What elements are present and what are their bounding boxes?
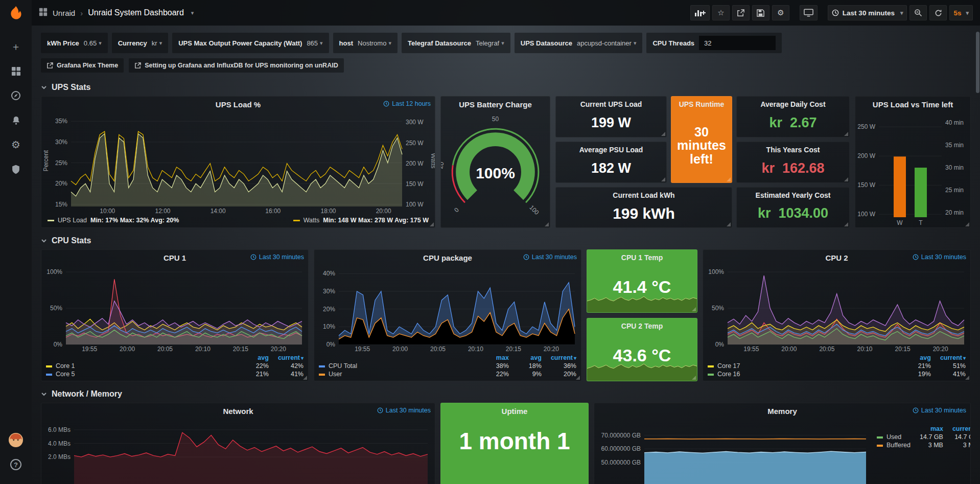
dashboard-link[interactable]: Grafana Plex Theme <box>41 58 124 73</box>
panel-header[interactable]: UPS Load vs Time left <box>855 97 970 112</box>
dashboard-title[interactable]: Unraid System Dashboard <box>88 8 184 17</box>
legend-column-header[interactable]: avg <box>903 354 936 362</box>
dashboard-grid-icon[interactable] <box>39 8 48 18</box>
chevron-down-icon[interactable]: ▾ <box>191 10 194 16</box>
legend-value: 3 MB <box>948 441 971 449</box>
legend-series-swatch <box>46 374 52 376</box>
chart-canvas[interactable]: 15%20%25%30%35%100 W150 W200 W250 W300 W… <box>41 112 435 216</box>
variable-value-dropdown[interactable]: 0.65▾ <box>84 39 102 47</box>
add-panel-button[interactable] <box>690 5 710 20</box>
alerting-bell-icon[interactable] <box>6 110 26 130</box>
legend-item[interactable]: WattsMin: 148 W Max: 278 W Avg: 175 W <box>293 217 429 224</box>
variable-value-dropdown[interactable]: kr▾ <box>152 39 162 47</box>
legend-series-label[interactable]: Used <box>886 433 901 441</box>
refresh-button[interactable] <box>929 5 947 20</box>
share-button[interactable] <box>732 5 750 20</box>
dashboard-link[interactable]: Setting up Grafana and InfluxDB for UPS … <box>129 58 343 73</box>
panel-header[interactable]: CPU package Last 30 minutes <box>314 250 581 265</box>
variable-label: CPU Threads <box>652 39 694 47</box>
panel-title[interactable]: Network <box>223 407 253 416</box>
panel-title[interactable]: CPU 2 Temp <box>587 322 697 330</box>
row-header-cpu-stats[interactable]: CPU Stats <box>41 231 971 249</box>
legend-series-label[interactable]: CPU Total <box>329 362 357 370</box>
panel-title[interactable]: Current UPS Load <box>556 100 666 108</box>
axis-tick: 70.000000 GB <box>601 432 641 439</box>
grafana-logo[interactable] <box>8 5 24 23</box>
panel-title[interactable]: Current Load kWh <box>556 191 732 199</box>
zoom-out-button[interactable] <box>909 5 927 20</box>
configuration-gear-icon[interactable]: ⚙ <box>6 134 26 155</box>
bar[interactable] <box>915 168 927 217</box>
legend-series-label[interactable]: User <box>329 371 342 378</box>
row-header-network-memory[interactable]: Network / Memory <box>41 384 971 403</box>
panel-title[interactable]: CPU 2 <box>825 253 848 262</box>
panel-title[interactable]: Average Daily C​ost <box>737 100 849 108</box>
panel-header[interactable]: UPS Battery Charge <box>441 97 550 112</box>
scrollbar-thumb[interactable] <box>976 32 979 93</box>
legend-column-header[interactable]: max <box>481 354 514 362</box>
panel-title[interactable]: This Years Cost <box>737 146 849 154</box>
help-icon[interactable]: ? <box>6 454 26 475</box>
panel-title[interactable]: Average PSU Load <box>556 146 666 154</box>
avatar[interactable] <box>6 430 26 450</box>
bars-canvas[interactable]: 100 W150 W200 W250 W20 min25 min30 min35… <box>855 112 970 227</box>
legend-column-header[interactable]: current <box>546 354 581 362</box>
axis-tick: 100 W <box>857 211 875 218</box>
refresh-interval-picker[interactable]: 5s ▾ <box>949 5 973 20</box>
legend-column-header[interactable]: current <box>948 425 971 433</box>
panel-header[interactable]: CPU 2 Last 30 minutes <box>703 250 970 265</box>
chart-canvas[interactable]: 50.000000 GB60.000000 GB70.000000 GB <box>594 419 872 484</box>
chevron-down-icon: ▾ <box>388 40 391 47</box>
panel-title[interactable]: UPS Load vs Time left <box>873 100 953 109</box>
panel-ups-load-chart: UPS Load % Last 12 hours 15%20%25%30%35%… <box>41 96 435 228</box>
save-button[interactable] <box>752 5 769 20</box>
variable-value-dropdown[interactable]: Telegraf▾ <box>476 39 504 47</box>
legend-series-label[interactable]: Core 5 <box>56 371 75 378</box>
variable-value-dropdown[interactable]: 865▾ <box>307 39 322 47</box>
panel-title[interactable]: UPS Battery Charge <box>459 100 532 109</box>
dashboards-icon[interactable] <box>6 61 26 81</box>
axis-tick: 0% <box>326 341 336 348</box>
cycle-view-button[interactable] <box>800 5 818 20</box>
chart-canvas[interactable]: 2.0 MBs4.0 MBs6.0 MBs <box>41 419 435 484</box>
row-header-ups-stats[interactable]: UPS Stats <box>41 78 971 96</box>
panel-header[interactable]: UPS Load % Last 12 hours <box>41 97 435 112</box>
chart-canvas[interactable]: 0%50%100%19:5520:0020:0520:1020:1520:20 <box>41 265 308 354</box>
cpu-threads-input[interactable] <box>699 36 776 50</box>
axis-tick: 25% <box>55 159 67 167</box>
panel-title[interactable]: CPU package <box>423 253 472 262</box>
panel-title[interactable]: Memory <box>767 407 797 416</box>
chart-canvas[interactable]: 0%50%100%19:5520:0020:0520:1020:1520:20 <box>703 265 970 354</box>
legend-column-header[interactable]: current <box>273 354 308 362</box>
panel-title[interactable]: UPS Load % <box>216 100 261 109</box>
legend-series-label[interactable]: Core 16 <box>717 371 740 378</box>
panel-title[interactable]: CPU 1 <box>164 253 186 262</box>
legend-column-header[interactable]: max <box>915 425 948 433</box>
panel-title[interactable]: Uptime <box>441 407 588 416</box>
panel-title[interactable]: UPS Runtime <box>671 100 732 108</box>
dashboard-settings-button[interactable]: ⚙ <box>772 5 789 20</box>
time-range-picker[interactable]: Last 30 minutes ▾ <box>828 5 907 20</box>
create-icon[interactable]: ＋ <box>6 36 26 57</box>
legend-column-header[interactable]: current <box>936 354 970 362</box>
panel-header[interactable]: Memory Last 30 minutes <box>594 403 970 419</box>
breadcrumb-app[interactable]: Unraid <box>53 9 75 17</box>
legend-series-label[interactable]: Core 17 <box>717 362 740 370</box>
server-admin-shield-icon[interactable] <box>6 159 26 179</box>
panel-title[interactable]: Estimated Yearly Cost <box>737 191 849 199</box>
panel-header[interactable]: CPU 1 Last 30 minutes <box>41 250 308 265</box>
panel-header[interactable]: Network Last 30 minutes <box>41 403 435 419</box>
legend-series-label[interactable]: Core 1 <box>56 362 75 370</box>
legend-series-label[interactable]: Buffered <box>886 442 911 449</box>
variable: UPS Max Output Power Capacity (Watt) 865… <box>172 33 329 53</box>
star-button[interactable]: ☆ <box>712 5 730 20</box>
chart-canvas[interactable]: 0%10%20%30%40%19:5520:0020:0520:1020:152… <box>314 265 581 354</box>
panel-title[interactable]: CPU 1 Temp <box>587 253 697 262</box>
legend-item[interactable]: UPS LoadMin: 17% Max: 32% Avg: 20% <box>48 217 179 224</box>
legend-column-header[interactable]: avg <box>241 354 273 362</box>
explore-compass-icon[interactable] <box>6 85 26 106</box>
legend-column-header[interactable]: avg <box>514 354 546 362</box>
variable-value-dropdown[interactable]: Nostromo▾ <box>358 39 391 47</box>
bar[interactable] <box>894 156 906 217</box>
variable-value-dropdown[interactable]: apcupsd-container▾ <box>577 39 637 47</box>
